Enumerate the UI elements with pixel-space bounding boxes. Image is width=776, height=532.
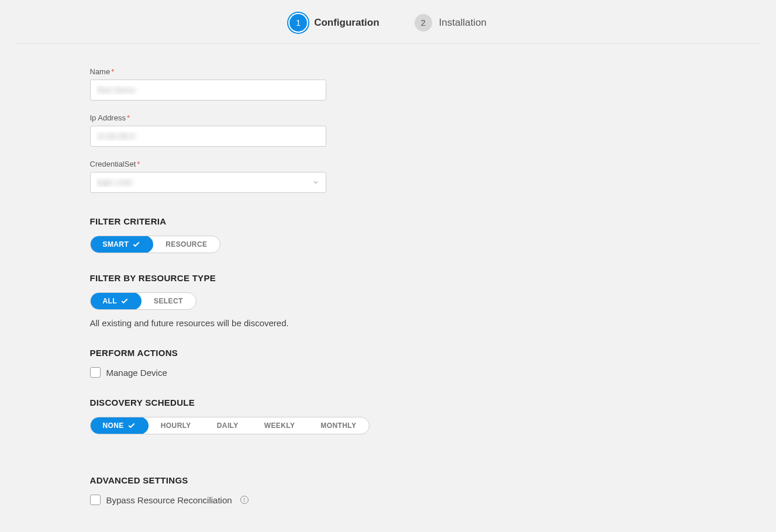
pill-label: SELECT: [154, 297, 183, 305]
discovery-schedule-daily[interactable]: DAILY: [204, 417, 251, 434]
step-2-circle: 2: [415, 14, 432, 32]
bypass-reconciliation-row: Bypass Resource Reconciliation !: [90, 495, 687, 505]
wizard-stepper: 1 Configuration 2 Installation: [16, 0, 760, 44]
discovery-schedule-toggle: NONE HOURLY DAILY WEEKLY MONTHLY: [90, 417, 370, 434]
credentialset-field-group: CredentialSet*: [90, 160, 687, 193]
filter-resource-type-all[interactable]: ALL: [90, 292, 142, 310]
ip-field-group: Ip Address*: [90, 113, 687, 147]
step-2-label: Installation: [439, 17, 487, 29]
credentialset-select[interactable]: [90, 172, 326, 193]
pill-label: DAILY: [217, 422, 239, 430]
bypass-reconciliation-label: Bypass Resource Reconciliation: [106, 495, 232, 505]
filter-resource-type-hint: All existing and future resources will b…: [90, 318, 687, 328]
ip-label: Ip Address*: [90, 113, 687, 122]
discovery-schedule-weekly[interactable]: WEEKLY: [251, 417, 308, 434]
name-input[interactable]: [90, 80, 326, 101]
configuration-form: Name* Ip Address* CredentialSet* FILTER …: [78, 44, 698, 528]
step-1-circle: 1: [289, 14, 307, 32]
filter-criteria-resource[interactable]: RESOURCE: [153, 236, 220, 253]
perform-actions-title: PERFORM ACTIONS: [90, 348, 687, 358]
required-indicator: *: [137, 160, 140, 168]
pill-label: WEEKLY: [264, 422, 295, 430]
filter-resource-type-select[interactable]: SELECT: [141, 293, 196, 309]
name-field-group: Name*: [90, 67, 687, 101]
step-installation[interactable]: 2 Installation: [415, 14, 487, 32]
filter-resource-type-title: FILTER BY RESOURCE TYPE: [90, 273, 687, 283]
step-configuration[interactable]: 1 Configuration: [289, 14, 379, 32]
discovery-schedule-none[interactable]: NONE: [90, 417, 149, 434]
required-indicator: *: [111, 67, 114, 76]
manage-device-checkbox[interactable]: [90, 367, 101, 378]
ip-input[interactable]: [90, 126, 326, 147]
pill-label: NONE: [103, 422, 124, 430]
step-1-label: Configuration: [314, 17, 379, 29]
name-label-text: Name: [90, 67, 111, 76]
credentialset-label: CredentialSet*: [90, 160, 687, 168]
discovery-schedule-title: DISCOVERY SCHEDULE: [90, 398, 687, 407]
required-indicator: *: [127, 113, 130, 122]
check-icon: [120, 297, 129, 305]
pill-label: ALL: [103, 297, 118, 305]
manage-device-row: Manage Device: [90, 367, 687, 378]
check-icon: [127, 422, 136, 430]
filter-criteria-toggle: SMART RESOURCE: [90, 236, 221, 253]
manage-device-label: Manage Device: [106, 368, 167, 378]
pill-label: RESOURCE: [165, 240, 207, 248]
name-label: Name*: [90, 67, 687, 76]
discovery-schedule-hourly[interactable]: HOURLY: [148, 417, 204, 434]
bypass-reconciliation-checkbox[interactable]: [90, 495, 101, 505]
filter-resource-type-toggle: ALL SELECT: [90, 292, 196, 310]
credentialset-select-wrap: [90, 172, 326, 193]
advanced-settings-title: ADVANCED SETTINGS: [90, 475, 687, 485]
ip-label-text: Ip Address: [90, 113, 126, 122]
pill-label: MONTHLY: [320, 422, 356, 430]
info-icon[interactable]: !: [240, 496, 249, 504]
filter-criteria-smart[interactable]: SMART: [90, 236, 154, 253]
credentialset-label-text: CredentialSet: [90, 160, 136, 168]
pill-label: HOURLY: [161, 422, 191, 430]
discovery-schedule-monthly[interactable]: MONTHLY: [308, 417, 369, 434]
filter-criteria-title: FILTER CRITERIA: [90, 216, 687, 226]
pill-label: SMART: [103, 240, 129, 248]
check-icon: [132, 240, 140, 248]
